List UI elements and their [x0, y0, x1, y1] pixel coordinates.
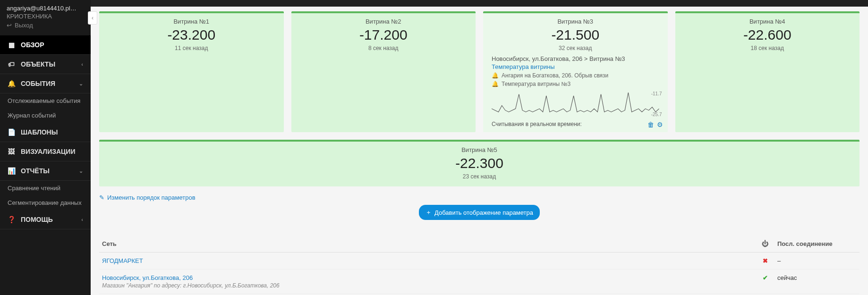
col-status: ⏻ [756, 235, 774, 253]
card-time: 8 сек назад [300, 45, 468, 51]
status-error-icon: ✖ [763, 257, 768, 264]
breadcrumb: Новосибирск, ул.Богаткова, 206 > Витрина… [492, 55, 659, 62]
card-value: -22.600 [684, 27, 851, 43]
power-icon: ⏻ [762, 240, 768, 247]
nav-label: ШАБЛОНЫ [21, 128, 58, 136]
nav-icon: 🖼 [8, 148, 15, 155]
card-time: 32 сек назад [492, 45, 659, 51]
nav-item-3[interactable]: 📄ШАБЛОНЫ [0, 123, 91, 142]
network-link[interactable]: ЯГОДМАРКЕТ [102, 257, 143, 264]
nav-icon: 🏷 [8, 60, 15, 68]
card-value: -22.300 [108, 155, 851, 171]
add-param-button[interactable]: ＋ Добавить отображение параметра [419, 205, 540, 220]
card-time: 18 сек назад [684, 45, 851, 51]
alert-line: 🔔Ангария на Богаткова, 206. Обрыв связи [492, 72, 659, 79]
col-network: Сеть [99, 235, 756, 253]
nav-label: ВИЗУАЛИЗАЦИИ [21, 148, 75, 155]
card-5[interactable]: Витрина №5 -22.300 23 сек назад [99, 140, 859, 186]
edit-order-label: Изменить порядок параметров [107, 194, 196, 201]
nav-item-1[interactable]: 🏷ОБЪЕКТЫ‹ [0, 55, 91, 74]
logout-label: Выход [15, 22, 33, 29]
cards-row: Витрина №1 -23.200 11 сек назадВитрина №… [99, 11, 859, 186]
card-title: Витрина №1 [108, 18, 275, 25]
trash-icon[interactable]: 🗑 [647, 121, 654, 128]
nav: ▦ОБЗОР🏷ОБЪЕКТЫ‹🔔СОБЫТИЯ⌄Отслеживаемые со… [0, 35, 91, 229]
chevron-icon: ‹ [81, 61, 83, 67]
add-param-label: Добавить отображение параметра [434, 209, 533, 216]
status-ok-icon: ✔ [763, 274, 768, 281]
card-value: -21.500 [492, 27, 659, 43]
card-title: Витрина №3 [492, 18, 659, 25]
last-connection: сейчас [774, 270, 859, 294]
nav-label: ОБЗОР [21, 41, 44, 49]
network-table: Сеть ⏻ Посл. соединение ЯГОДМАРКЕТ ✖ –Но… [99, 235, 859, 294]
card-time: 23 сек назад [108, 173, 851, 180]
spark-max: -11.7 [651, 91, 662, 96]
nav-icon: ❓ [8, 216, 15, 223]
card-title: Витрина №5 [108, 146, 851, 153]
pencil-icon: ✎ [99, 194, 104, 201]
card-title: Витрина №4 [684, 18, 851, 25]
logout-link[interactable]: ↩ Выход [7, 22, 84, 29]
nav-icon: 📊 [8, 167, 15, 175]
nav-item-0[interactable]: ▦ОБЗОР [0, 35, 91, 55]
table-row: ЯГОДМАРКЕТ ✖ – [99, 253, 859, 270]
card-time: 11 сек назад [108, 45, 275, 51]
card-1[interactable]: Витрина №1 -23.200 11 сек назад [99, 11, 284, 132]
plus-icon: ＋ [425, 208, 432, 217]
main: Витрина №1 -23.200 11 сек назадВитрина №… [91, 0, 868, 295]
nav-subitem[interactable]: Сегментирование данных [0, 195, 91, 210]
nav-label: СОБЫТИЯ [21, 80, 55, 87]
nav-label: ОТЧЁТЫ [21, 167, 50, 175]
card-value: -23.200 [108, 27, 275, 43]
card-title: Витрина №2 [300, 18, 468, 25]
card-2[interactable]: Витрина №2 -17.200 8 сек назад [291, 11, 476, 132]
bell-icon: 🔔 [492, 81, 499, 87]
network-link[interactable]: Новосибирск, ул.Богаткова, 206 [102, 274, 193, 281]
col-last: Посл. соединение [774, 235, 859, 253]
gear-icon[interactable]: ⚙ [657, 121, 663, 128]
nav-icon: 🔔 [8, 80, 15, 87]
nav-icon: 📄 [8, 128, 15, 136]
nav-item-5[interactable]: 📊ОТЧЁТЫ⌄ [0, 161, 91, 181]
nav-label: ОБЪЕКТЫ [21, 60, 55, 68]
nav-subitem[interactable]: Журнал событий [0, 108, 91, 123]
card-3[interactable]: Витрина №3 -21.500 32 сек назадНовосибир… [483, 11, 668, 132]
nav-icon: ▦ [8, 41, 15, 49]
network-table-body: ЯГОДМАРКЕТ ✖ –Новосибирск, ул.Богаткова,… [99, 253, 859, 294]
sensor-link[interactable]: Температура витрины [492, 63, 555, 70]
company-name: КРИОТЕХНИКА [7, 13, 84, 20]
last-connection: – [774, 253, 859, 270]
nav-item-6[interactable]: ❓ПОМОЩЬ‹ [0, 210, 91, 229]
alert-line: 🔔Температура витрины №3 [492, 81, 659, 87]
nav-subitem[interactable]: Отслеживаемые события [0, 93, 91, 108]
sidebar-collapse-button[interactable]: ‹ [88, 11, 97, 25]
topbar [91, 0, 868, 7]
chevron-icon: ⌄ [79, 81, 83, 87]
sparkline: -11.7 -25.7 [492, 92, 659, 116]
chevron-icon: ‹ [81, 217, 83, 222]
nav-subitem[interactable]: Сравнение чтений [0, 181, 91, 195]
nav-item-2[interactable]: 🔔СОБЫТИЯ⌄ [0, 74, 91, 93]
spark-min: -25.7 [651, 112, 662, 117]
sidebar: ‹ angariya@u8144410.pl… КРИОТЕХНИКА ↩ Вы… [0, 0, 91, 295]
sidebar-header: angariya@u8144410.pl… КРИОТЕХНИКА ↩ Выхо… [0, 0, 91, 33]
realtime-label: Считывания в реальном времени: [492, 121, 659, 127]
user-email: angariya@u8144410.pl… [7, 5, 84, 12]
card-4[interactable]: Витрина №4 -22.600 18 сек назад [675, 11, 860, 132]
nav-item-4[interactable]: 🖼ВИЗУАЛИЗАЦИИ [0, 142, 91, 161]
network-desc: Магазин "Ангария" по адресу: г.Новосибир… [102, 282, 753, 289]
logout-icon: ↩ [7, 22, 12, 29]
chevron-icon: ⌄ [79, 168, 83, 174]
nav-label: ПОМОЩЬ [21, 216, 53, 223]
card-value: -17.200 [300, 27, 468, 43]
edit-order-link[interactable]: ✎ Изменить порядок параметров [99, 194, 196, 201]
table-row: Новосибирск, ул.Богаткова, 206Магазин "А… [99, 270, 859, 294]
bell-icon: 🔔 [492, 72, 499, 79]
